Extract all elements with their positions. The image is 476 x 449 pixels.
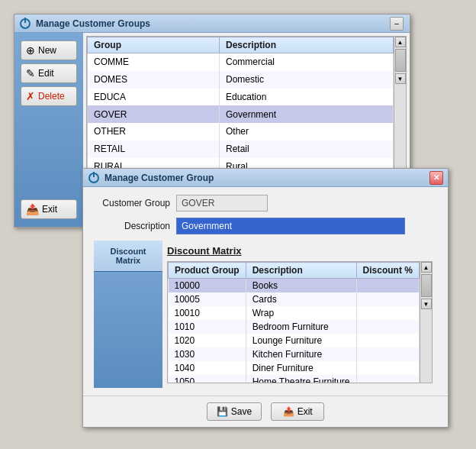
list-item[interactable]: 1040Diner Furniture [169,361,420,375]
main-window-icon [19,18,31,30]
sub-content: Customer Group Description Discount Matr… [83,187,448,396]
group-cell: RETAIL [88,141,220,158]
exit-container: 📤 Exit [21,199,77,219]
sub-window-title: Manage Customer Group [105,173,429,183]
new-button[interactable]: ⊕ New [21,40,77,60]
save-icon: 💾 [217,406,228,417]
tab-sidebar: Discount Matrix [94,241,162,388]
product-desc-cell: Books [246,279,356,293]
table-row[interactable]: COMMECommercial [88,53,394,71]
product-desc-cell: Cards [246,292,356,306]
desc-cell: Other [219,123,393,141]
exit-button[interactable]: 📤 Exit [21,199,77,219]
new-icon: ⊕ [26,44,35,57]
customer-group-input[interactable] [176,195,268,212]
sub-title-bar: Manage Customer Group ✕ [83,169,448,187]
close-button[interactable]: ✕ [429,171,443,185]
discount-matrix-content: Discount Matrix Product Group Descriptio… [162,241,437,388]
discount-matrix-table: Product Group Description Discount % 100… [168,262,420,383]
delete-icon: ✗ [26,90,35,102]
scroll-thumb[interactable] [395,49,406,72]
edit-icon: ✎ [26,67,35,79]
discount-cell [356,361,419,375]
discount-scroll-thumb[interactable] [421,274,432,297]
product-group-cell: 1050 [169,375,246,383]
table-row[interactable]: RETAILRetail [88,141,394,158]
main-title-bar: Manage Customer Groups – [14,15,410,33]
desc-cell: Commercial [219,53,393,71]
save-button[interactable]: 💾 Save [207,402,262,421]
group-cell: OTHER [88,123,220,141]
discount-matrix-tab[interactable]: Discount Matrix [94,241,162,272]
desc-cell: Government [219,105,393,123]
col-group: Group [88,37,220,53]
product-desc-cell: Home Theatre Furniture [246,375,356,383]
tab-panel: Discount Matrix Discount Matrix Product … [94,241,437,388]
main-window-title: Manage Customer Groups [36,18,390,29]
discount-cell [356,375,419,383]
discount-cell [356,334,419,347]
discount-cell [356,292,419,306]
product-desc-cell: Kitchen Furniture [246,347,356,361]
product-desc-cell: Lounge Furniture [246,334,356,347]
product-desc-cell: Bedroom Furniture [246,320,356,334]
scroll-down-arrow[interactable]: ▼ [395,73,406,84]
col-desc: Description [246,263,356,279]
table-row[interactable]: DOMESDomestic [88,71,394,89]
delete-label: Delete [38,91,65,102]
discount-cell [356,279,419,293]
discount-scroll-down[interactable]: ▼ [421,299,432,309]
group-cell: COMME [88,53,220,71]
group-cell: EDUCA [88,89,220,106]
product-group-cell: 1010 [169,320,246,334]
delete-button[interactable]: ✗ Delete [21,86,77,106]
bottom-bar: 💾 Save 📤 Exit [83,396,448,427]
group-cell: DOMES [88,71,220,89]
list-item[interactable]: 10000Books [169,279,420,293]
product-group-cell: 10005 [169,292,246,306]
discount-table-body: 10000Books10005Cards10010Wrap1010Bedroom… [169,279,420,384]
discount-cell [356,347,419,361]
product-group-cell: 1020 [169,334,246,347]
discount-scroll-up[interactable]: ▲ [421,262,432,273]
exit-icon: 📤 [26,203,39,215]
description-row: Description [94,218,437,234]
product-group-cell: 10000 [169,279,246,293]
list-item[interactable]: 1010Bedroom Furniture [169,320,420,334]
sub-window: Manage Customer Group ✕ Customer Group D… [82,168,449,428]
customer-group-label: Customer Group [94,198,170,208]
discount-scrollbar[interactable]: ▲ ▼ [420,262,432,383]
list-item[interactable]: 10010Wrap [169,306,420,320]
col-discount: Discount % [356,263,419,279]
description-input[interactable] [176,218,405,234]
list-item[interactable]: 1020Lounge Furniture [169,334,420,347]
save-label: Save [231,406,252,417]
product-group-cell: 1040 [169,361,246,375]
list-item[interactable]: 1030Kitchen Furniture [169,347,420,361]
desc-cell: Retail [219,141,393,158]
new-label: New [38,45,56,56]
minimize-button[interactable]: – [390,17,404,31]
product-group-cell: 1030 [169,347,246,361]
main-sidebar: ⊕ New ✎ Edit ✗ Delete 📤 Exit [14,33,83,227]
col-description: Description [219,37,393,53]
discount-table-wrapper: Product Group Description Discount % 100… [167,261,433,383]
list-item[interactable]: 1050Home Theatre Furniture [169,375,420,383]
sub-window-icon [88,172,100,184]
table-row[interactable]: OTHEROther [88,123,394,141]
product-group-cell: 10010 [169,306,246,320]
scroll-up-arrow[interactable]: ▲ [395,37,406,47]
discount-matrix-title: Discount Matrix [167,245,433,257]
product-desc-cell: Wrap [246,306,356,320]
sub-exit-button[interactable]: 📤 Exit [271,402,324,421]
edit-button[interactable]: ✎ Edit [21,63,77,83]
exit-label: Exit [42,204,57,215]
discount-cell [356,306,419,320]
desc-cell: Domestic [219,71,393,89]
edit-label: Edit [38,68,54,79]
col-product-group: Product Group [169,263,246,279]
list-item[interactable]: 10005Cards [169,292,420,306]
table-row[interactable]: GOVERGovernment [88,105,394,123]
table-row[interactable]: EDUCAEducation [88,89,394,106]
desc-cell: Education [219,89,393,106]
